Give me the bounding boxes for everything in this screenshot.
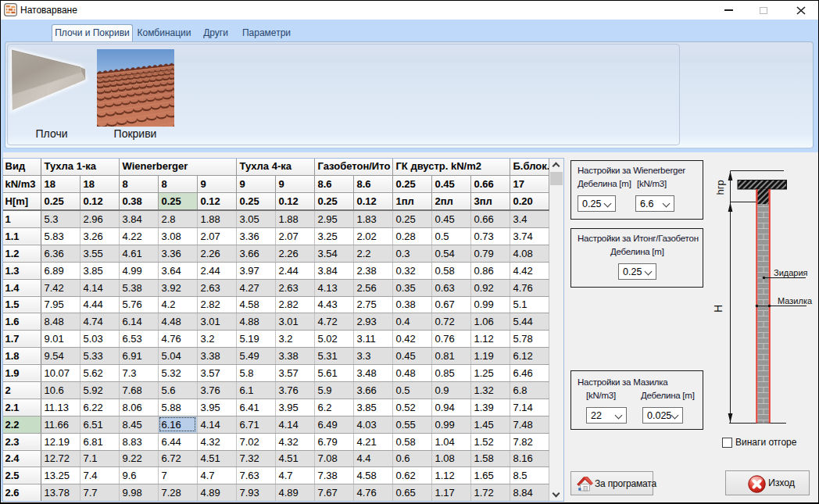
svg-text:Мазилка: Мазилка [778,296,813,306]
svg-text:Зидария: Зидария [774,268,808,277]
svg-text:hгр: hгр [714,180,726,195]
svg-text:H: H [712,305,724,313]
